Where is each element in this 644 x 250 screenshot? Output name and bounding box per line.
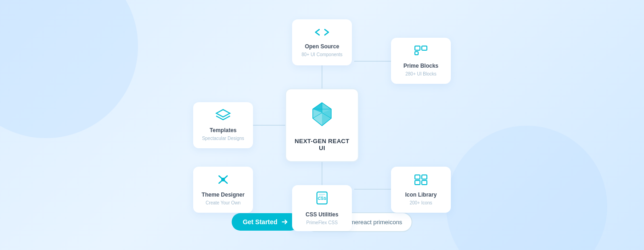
- primeblocks-subtitle: 280+ UI Blocks: [405, 71, 437, 77]
- open-source-subtitle: 80+ UI Components: [301, 52, 342, 58]
- svg-rect-5: [422, 46, 427, 50]
- card-center[interactable]: NEXT-GEN REACT UI: [285, 88, 359, 162]
- svg-marker-0: [216, 110, 230, 117]
- connector-left: [253, 125, 290, 126]
- svg-rect-13: [319, 194, 325, 195]
- connector-right-bottom: [354, 189, 391, 190]
- center-title: NEXT-GEN REACT UI: [292, 138, 352, 151]
- theme-icon: [215, 173, 231, 188]
- css-icon: CSS: [314, 190, 330, 208]
- icon-library-icon: [413, 173, 429, 188]
- templates-subtitle: Spectacular Designs: [202, 135, 244, 141]
- open-source-title: Open Source: [305, 43, 339, 51]
- svg-rect-9: [415, 180, 420, 185]
- card-open-source[interactable]: Open Source 80+ UI Components: [292, 19, 352, 65]
- svg-rect-4: [415, 46, 420, 50]
- card-templates[interactable]: Templates Spectacular Designs: [193, 102, 253, 148]
- connector-right-top: [354, 61, 391, 62]
- svg-rect-10: [422, 180, 427, 185]
- svg-rect-7: [415, 175, 420, 179]
- code-icon: [315, 27, 329, 40]
- svg-rect-8: [422, 175, 427, 179]
- card-icon-library[interactable]: Icon Library 200+ Icons: [391, 167, 451, 213]
- primereact-logo: [306, 99, 338, 133]
- theme-title: Theme Designer: [201, 192, 244, 199]
- layers-icon: [215, 109, 231, 123]
- css-subtitle: PrimeFlex CSS: [306, 220, 338, 226]
- primeblocks-title: Prime Blocks: [403, 63, 438, 70]
- main-scene: Open Source 80+ UI Components Templates …: [115, 10, 529, 240]
- svg-text:CSS: CSS: [318, 196, 327, 201]
- cards-container: Open Source 80+ UI Components Templates …: [193, 19, 451, 231]
- icon-library-title: Icon Library: [405, 192, 437, 199]
- card-theme-designer[interactable]: Theme Designer Create Your Own: [193, 167, 253, 213]
- svg-rect-6: [415, 52, 418, 55]
- icon-library-subtitle: 200+ Icons: [409, 200, 432, 206]
- templates-title: Templates: [210, 127, 236, 134]
- card-prime-blocks[interactable]: Prime Blocks 280+ UI Blocks: [391, 38, 451, 84]
- css-title: CSS Utilities: [305, 211, 338, 219]
- theme-subtitle: Create Your Own: [206, 200, 241, 206]
- primeblocks-icon: [413, 44, 429, 59]
- card-css-utilities[interactable]: CSS CSS Utilities PrimeFlex CSS: [292, 185, 352, 231]
- svg-rect-14: [319, 196, 323, 197]
